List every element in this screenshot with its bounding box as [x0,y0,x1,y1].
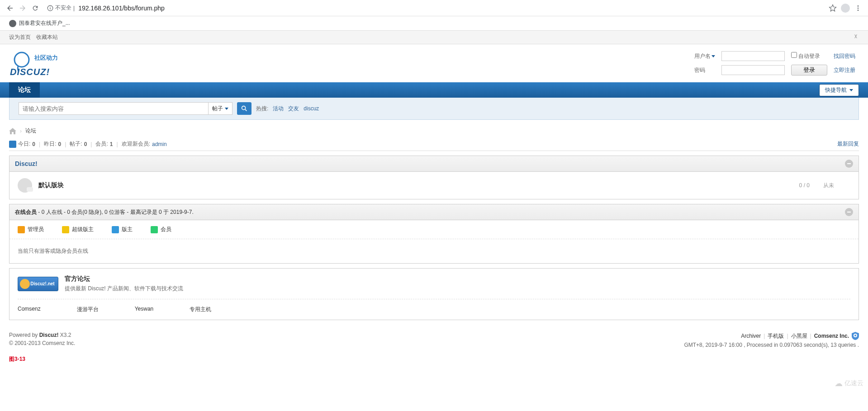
username-label-dropdown[interactable]: 用户名 [694,52,715,60]
site-logo[interactable]: 社区动力 DISCUZ! [9,50,72,77]
copyright: © 2001-2013 Comsenz Inc. [9,340,75,346]
password-input[interactable] [721,65,785,75]
latest-reply-link[interactable]: 最新回复 [837,141,859,147]
official-forum-link[interactable]: Discuz!.net 官方论坛 提供最新 Discuz! 产品新闻、软件下载与… [18,275,850,299]
svg-text:社区动力: 社区动力 [34,54,58,61]
stat-posts-value: 0 [84,141,87,147]
search-button[interactable] [237,102,251,115]
search-input[interactable] [19,102,209,115]
auto-login-checkbox[interactable]: 自动登录 [791,53,820,59]
online-section: 在线会员 - 0 人在线 - 0 会员(0 隐身), 0 位游客 - 最高记录是… [9,204,859,264]
url-text: 192.168.26.101/bbs/forum.php [78,5,165,12]
footer-link-archiver[interactable]: Archiver [741,333,761,339]
back-button[interactable] [4,2,16,14]
caret-down-icon [711,55,715,57]
official-desc: 提供最新 Discuz! 产品新闻、软件下载与技术交流 [65,285,183,293]
category-title[interactable]: Discuz! [15,160,38,167]
board-icon [18,178,32,193]
svg-text:DISCUZ!: DISCUZ! [10,67,50,77]
legend-mod: 版主 [112,226,133,233]
svg-point-3 [858,5,859,7]
footer-link-comsenz[interactable]: Comsenz Inc. [814,333,849,339]
collapse-button[interactable] [845,208,853,216]
board-name[interactable]: 默认版块 [38,181,799,189]
browser-toolbar: 不安全 | 192.168.26.101/bbs/forum.php [0,0,868,16]
stat-members-value: 1 [110,141,113,147]
profile-avatar[interactable] [839,2,852,14]
text-link[interactable]: Yeswan [135,306,154,313]
svg-rect-2 [50,6,50,7]
supermod-icon [62,226,69,233]
breadcrumb-forum[interactable]: 论坛 [25,127,36,135]
content-area: › 论坛 今日: 0 | 昨日: 0 | 帖子: 0 | 会员: 1 | 欢迎新… [0,120,868,325]
svg-point-4 [858,7,859,9]
page-header: 社区动力 DISCUZ! 用户名 自动登录 找回密码 密码 登录 立即注册 [0,44,868,82]
footer-link-blacklist[interactable]: 小黑屋 [791,332,807,340]
main-nav: 论坛 快捷导航 [0,82,868,98]
stat-today-value: 0 [32,141,35,147]
mod-icon [112,226,119,233]
stat-welcome-user[interactable]: admin [152,141,167,147]
globe-icon [9,20,16,27]
text-link[interactable]: 漫游平台 [77,306,99,313]
text-link[interactable]: 专用主机 [190,306,211,313]
favorite-link[interactable]: 收藏本站 [36,33,58,41]
close-topbar-icon[interactable] [853,33,859,41]
stat-members-label: 会员: [95,140,108,148]
breadcrumb: › 论坛 [9,124,859,137]
address-bar[interactable]: 不安全 | 192.168.26.101/bbs/forum.php [47,2,826,14]
board-stats: 0 / 0 [799,182,810,189]
footer-link-mobile[interactable]: 手机版 [768,332,784,340]
login-button[interactable]: 登录 [791,65,827,76]
hot-search: 热搜: 活动 交友 discuz [256,105,319,113]
svg-point-5 [858,9,859,11]
search-bar: 帖子 热搜: 活动 交友 discuz [9,98,859,120]
register-link[interactable]: 立即注册 [834,67,855,73]
stat-posts-label: 帖子: [70,140,82,148]
find-password-link[interactable]: 找回密码 [834,53,855,59]
svg-point-12 [854,335,856,336]
svg-point-6 [14,52,29,67]
legend-member: 会员 [151,226,171,233]
insecure-badge: 不安全 | [47,4,75,12]
online-message: 当前只有游客或隐身会员在线 [9,239,859,263]
shield-icon[interactable] [852,332,859,340]
nav-tab-forum[interactable]: 论坛 [9,82,40,98]
bookmark-title: 国泰君安在线开户_... [19,19,70,27]
stats-icon [9,141,16,148]
forum-category: Discuz! 默认版块 0 / 0 从未 [9,156,859,199]
friend-links: Discuz!.net 官方论坛 提供最新 Discuz! 产品新闻、软件下载与… [9,268,859,320]
hot-link[interactable]: discuz [304,105,319,112]
search-type-dropdown[interactable]: 帖子 [209,102,232,115]
caret-down-icon [225,108,228,110]
password-label: 密码 [692,63,718,77]
powered-by: Powered by Discuz! X3.2 [9,332,75,338]
legend-admin: 管理员 [18,226,44,233]
discuz-logo-icon: 社区动力 DISCUZ! [9,50,72,77]
bookmark-star-icon[interactable] [826,2,839,14]
hot-link[interactable]: 活动 [273,105,284,113]
member-icon [151,226,158,233]
bookmarks-bar: 国泰君安在线开户_... [0,16,868,31]
browser-menu-icon[interactable] [852,2,864,14]
breadcrumb-separator: › [20,128,22,134]
insecure-label: 不安全 [55,4,71,12]
online-legend: 管理员 超级版主 版主 会员 [9,220,859,239]
bookmark-item[interactable]: 国泰君安在线开户_... [5,18,74,29]
info-icon [47,5,53,11]
collapse-button[interactable] [845,160,853,168]
svg-point-9 [242,106,246,110]
text-links-row: Comsenz 漫游平台 Yeswan 专用主机 [18,306,850,313]
stat-today-label: 今日: [18,140,30,148]
home-icon[interactable] [9,128,16,134]
forum-board-row: 默认版块 0 / 0 从未 [9,172,859,199]
hot-link[interactable]: 交友 [288,105,299,113]
legend-supermod: 超级版主 [62,226,94,233]
text-link[interactable]: Comsenz [18,306,41,313]
set-home-link[interactable]: 设为首页 [9,33,31,41]
username-input[interactable] [721,51,785,61]
reload-button[interactable] [29,2,42,14]
forward-button[interactable] [16,2,29,14]
quick-nav-button[interactable]: 快捷导航 [819,84,859,96]
official-badge-icon: Discuz!.net [18,277,58,291]
